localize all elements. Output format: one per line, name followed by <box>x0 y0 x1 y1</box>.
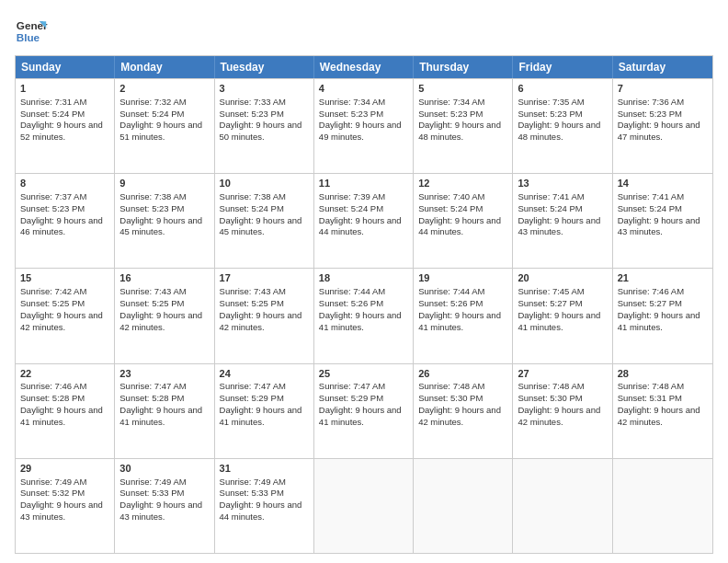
calendar-body: 1Sunrise: 7:31 AMSunset: 5:24 PMDaylight… <box>16 78 712 553</box>
sunset: Sunset: 5:26 PM <box>418 298 483 308</box>
svg-text:General: General <box>17 19 48 31</box>
sunrise: Sunrise: 7:48 AM <box>418 381 484 391</box>
daylight: Daylight: 9 hours and 44 minutes. <box>418 215 501 237</box>
daylight: Daylight: 9 hours and 51 minutes. <box>119 120 202 142</box>
day-number: 23 <box>119 367 209 381</box>
sunrise: Sunrise: 7:38 AM <box>220 191 286 201</box>
daylight: Daylight: 9 hours and 45 minutes. <box>220 215 302 237</box>
day-cell-15: 15Sunrise: 7:42 AMSunset: 5:25 PMDayligh… <box>16 269 115 362</box>
sunset: Sunset: 5:23 PM <box>20 203 85 213</box>
day-cell-25: 25Sunrise: 7:47 AMSunset: 5:29 PMDayligh… <box>314 364 414 458</box>
day-header-monday: Monday <box>115 56 214 78</box>
day-number: 5 <box>418 82 507 96</box>
sunset: Sunset: 5:31 PM <box>618 393 682 403</box>
daylight: Daylight: 9 hours and 43 minutes. <box>518 215 600 237</box>
day-cell-19: 19Sunrise: 7:44 AMSunset: 5:26 PMDayligh… <box>414 269 513 362</box>
sunset: Sunset: 5:24 PM <box>220 203 284 213</box>
sunset: Sunset: 5:24 PM <box>319 203 383 213</box>
sunset: Sunset: 5:23 PM <box>418 109 483 119</box>
sunset: Sunset: 5:25 PM <box>20 298 85 308</box>
daylight: Daylight: 9 hours and 42 minutes. <box>418 405 501 427</box>
daylight: Daylight: 9 hours and 50 minutes. <box>220 120 302 142</box>
daylight: Daylight: 9 hours and 41 minutes. <box>220 405 302 427</box>
daylight: Daylight: 9 hours and 52 minutes. <box>20 120 103 142</box>
sunrise: Sunrise: 7:46 AM <box>618 286 684 296</box>
daylight: Daylight: 9 hours and 42 minutes. <box>20 310 103 332</box>
sunrise: Sunrise: 7:48 AM <box>618 381 684 391</box>
day-number: 25 <box>319 367 408 381</box>
day-cell-5: 5Sunrise: 7:34 AMSunset: 5:23 PMDaylight… <box>414 79 513 173</box>
sunrise: Sunrise: 7:49 AM <box>119 477 186 487</box>
sunrise: Sunrise: 7:44 AM <box>418 286 484 296</box>
sunrise: Sunrise: 7:34 AM <box>319 97 385 107</box>
sunrise: Sunrise: 7:36 AM <box>618 97 684 107</box>
sunset: Sunset: 5:23 PM <box>618 109 682 119</box>
day-number: 15 <box>20 271 109 285</box>
sunrise: Sunrise: 7:41 AM <box>518 191 584 201</box>
day-number: 29 <box>20 462 109 476</box>
day-number: 10 <box>220 177 309 190</box>
day-number: 7 <box>618 82 708 96</box>
week-row-2: 8Sunrise: 7:37 AMSunset: 5:23 PMDaylight… <box>16 173 712 268</box>
sunset: Sunset: 5:30 PM <box>418 393 483 403</box>
sunrise: Sunrise: 7:35 AM <box>518 97 584 107</box>
sunset: Sunset: 5:27 PM <box>518 298 582 308</box>
day-cell-4: 4Sunrise: 7:34 AMSunset: 5:23 PMDaylight… <box>314 79 414 173</box>
day-cell-29: 29Sunrise: 7:49 AMSunset: 5:32 PMDayligh… <box>16 459 115 553</box>
sunrise: Sunrise: 7:40 AM <box>418 191 484 201</box>
sunset: Sunset: 5:25 PM <box>119 298 184 308</box>
week-row-4: 22Sunrise: 7:46 AMSunset: 5:28 PMDayligh… <box>16 363 712 458</box>
day-number: 30 <box>119 462 209 476</box>
sunrise: Sunrise: 7:38 AM <box>119 191 186 201</box>
day-cell-17: 17Sunrise: 7:43 AMSunset: 5:25 PMDayligh… <box>215 269 314 362</box>
day-cell-3: 3Sunrise: 7:33 AMSunset: 5:23 PMDaylight… <box>215 79 314 173</box>
daylight: Daylight: 9 hours and 41 minutes. <box>20 405 103 427</box>
week-row-3: 15Sunrise: 7:42 AMSunset: 5:25 PMDayligh… <box>16 268 712 362</box>
daylight: Daylight: 9 hours and 41 minutes. <box>518 310 600 332</box>
daylight: Daylight: 9 hours and 48 minutes. <box>418 120 501 142</box>
sunrise: Sunrise: 7:43 AM <box>220 286 286 296</box>
svg-text:Blue: Blue <box>17 31 40 43</box>
sunrise: Sunrise: 7:47 AM <box>319 381 385 391</box>
week-row-1: 1Sunrise: 7:31 AMSunset: 5:24 PMDaylight… <box>16 78 712 173</box>
day-number: 17 <box>220 271 309 285</box>
sunrise: Sunrise: 7:41 AM <box>618 191 684 201</box>
page: General Blue SundayMondayTuesdayWednesda… <box>0 0 728 563</box>
sunrise: Sunrise: 7:37 AM <box>20 191 86 201</box>
sunset: Sunset: 5:24 PM <box>518 203 582 213</box>
day-header-tuesday: Tuesday <box>215 56 314 78</box>
day-number: 20 <box>518 271 607 285</box>
day-cell-22: 22Sunrise: 7:46 AMSunset: 5:28 PMDayligh… <box>16 364 115 458</box>
day-number: 27 <box>518 367 607 381</box>
day-cell-12: 12Sunrise: 7:40 AMSunset: 5:24 PMDayligh… <box>414 174 513 268</box>
daylight: Daylight: 9 hours and 43 minutes. <box>20 500 103 522</box>
day-number: 14 <box>618 177 708 190</box>
daylight: Daylight: 9 hours and 44 minutes. <box>220 500 302 522</box>
sunset: Sunset: 5:23 PM <box>319 109 383 119</box>
header: General Blue <box>15 15 713 48</box>
sunrise: Sunrise: 7:47 AM <box>220 381 286 391</box>
day-number: 12 <box>418 177 507 190</box>
empty-cell-w4c3 <box>314 459 414 553</box>
day-number: 9 <box>119 177 209 190</box>
day-cell-13: 13Sunrise: 7:41 AMSunset: 5:24 PMDayligh… <box>513 174 612 268</box>
sunset: Sunset: 5:32 PM <box>20 488 85 498</box>
day-number: 31 <box>220 462 309 476</box>
day-header-wednesday: Wednesday <box>314 56 414 78</box>
sunrise: Sunrise: 7:34 AM <box>418 97 484 107</box>
calendar-header: SundayMondayTuesdayWednesdayThursdayFrid… <box>16 56 712 78</box>
sunset: Sunset: 5:26 PM <box>319 298 383 308</box>
day-cell-7: 7Sunrise: 7:36 AMSunset: 5:23 PMDaylight… <box>613 79 712 173</box>
day-number: 28 <box>618 367 708 381</box>
sunset: Sunset: 5:24 PM <box>119 109 184 119</box>
daylight: Daylight: 9 hours and 41 minutes. <box>319 405 402 427</box>
day-cell-10: 10Sunrise: 7:38 AMSunset: 5:24 PMDayligh… <box>215 174 314 268</box>
sunset: Sunset: 5:23 PM <box>220 109 284 119</box>
daylight: Daylight: 9 hours and 46 minutes. <box>20 215 103 237</box>
sunset: Sunset: 5:29 PM <box>220 393 284 403</box>
daylight: Daylight: 9 hours and 47 minutes. <box>618 120 700 142</box>
daylight: Daylight: 9 hours and 41 minutes. <box>119 405 202 427</box>
day-number: 18 <box>319 271 408 285</box>
day-cell-16: 16Sunrise: 7:43 AMSunset: 5:25 PMDayligh… <box>115 269 214 362</box>
day-header-friday: Friday <box>513 56 612 78</box>
